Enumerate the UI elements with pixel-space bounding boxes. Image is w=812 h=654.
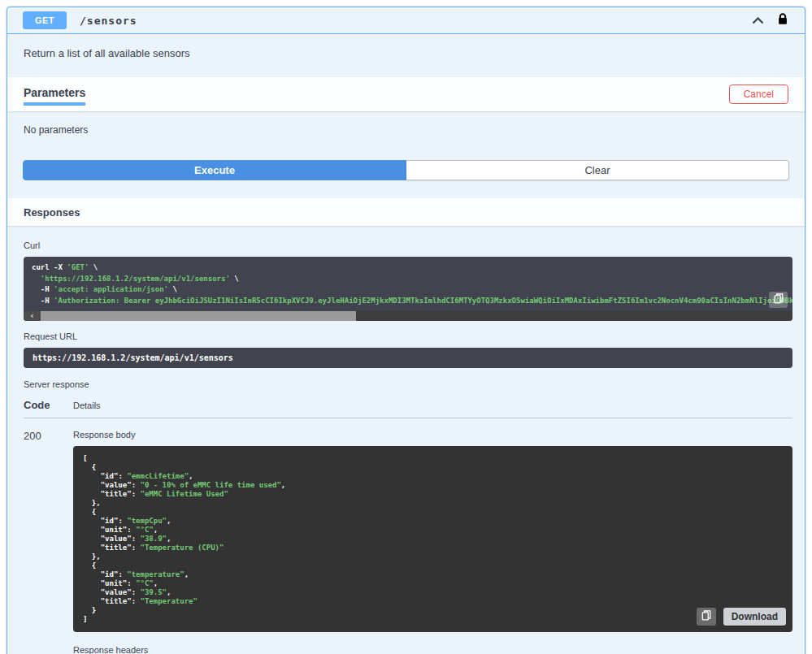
code-line: ] (83, 615, 783, 624)
code-line: [ (83, 454, 783, 463)
code-line: "unit": "°C", (83, 579, 783, 588)
clear-button[interactable]: Clear (406, 160, 789, 180)
server-response-label: Server response (24, 379, 792, 389)
response-headers-label: Response headers (73, 645, 792, 654)
curl-label: Curl (24, 240, 792, 250)
endpoint-path: /sensors (80, 15, 137, 27)
responses-section-header: Responses (7, 198, 805, 226)
code-line: "id": "emmcLifetime", (83, 472, 783, 481)
curl-command: curl -X 'GET' \ 'https://192.168.1.2/sys… (24, 257, 792, 309)
code-line: "id": "temperature", (83, 570, 783, 579)
scrollbar-thumb[interactable] (41, 311, 356, 321)
curl-command-block: curl -X 'GET' \ 'https://192.168.1.2/sys… (24, 257, 792, 321)
tab-parameters[interactable]: Parameters (24, 86, 85, 106)
parameters-section-header: Parameters Cancel (7, 77, 805, 111)
response-body-json: [ { "id": "emmcLifetime", "value": "0 - … (73, 446, 792, 632)
copy-curl-button[interactable] (769, 292, 788, 308)
request-url-label: Request URL (24, 331, 792, 341)
operation-description: Return a list of all available sensors (7, 34, 805, 77)
lock-icon (777, 12, 788, 28)
details-column-header: Details (73, 401, 101, 410)
operation-block-get-sensors: GET /sensors Return a list of all availa… (7, 6, 805, 654)
code-line: } (83, 606, 783, 615)
request-url-value: https://192.168.1.2/system/api/v1/sensor… (33, 353, 784, 362)
code-line: 'https://192.168.1.2/system/api/v1/senso… (32, 274, 784, 285)
execute-button[interactable]: Execute (23, 160, 406, 180)
response-body-block: [ { "id": "emmcLifetime", "value": "0 - … (73, 446, 792, 632)
code-line: { (83, 463, 783, 472)
code-line: }, (83, 499, 783, 508)
code-line: "value": "0 - 10% of eMMC life time used… (83, 481, 783, 490)
response-table-header: Code Details (24, 399, 792, 418)
code-column-header: Code (24, 399, 73, 411)
code-line: curl -X 'GET' \ (32, 262, 784, 274)
authorize-button[interactable] (777, 12, 788, 28)
responses-section-title: Responses (24, 206, 80, 219)
responses-content: Curl curl -X 'GET' \ 'https://192.168.1.… (7, 226, 805, 654)
code-line: "title": "eMMC Lifetime Used" (83, 490, 783, 499)
code-line: "value": "38.9", (83, 535, 783, 544)
code-line: -H 'Authorization: Bearer eyJhbGciOiJSUz… (32, 296, 784, 307)
curl-horizontal-scrollbar[interactable]: ‹ (24, 311, 792, 321)
code-line: { (83, 561, 783, 570)
copy-response-button[interactable] (697, 608, 716, 626)
copy-icon (774, 293, 784, 306)
cancel-button[interactable]: Cancel (729, 84, 788, 104)
operation-summary[interactable]: GET /sensors (7, 7, 805, 34)
code-line: "title": "Temperature" (83, 597, 783, 606)
chevron-up-icon (752, 15, 764, 27)
copy-icon (701, 610, 711, 623)
http-method-badge: GET (23, 11, 67, 29)
code-line: "value": "39.5", (83, 588, 783, 597)
response-row: 200 Response body [ { "id": "emmcLifetim… (24, 430, 792, 654)
code-line: "title": "Temperature (CPU)" (83, 544, 783, 552)
response-body-label: Response body (73, 430, 792, 440)
code-line: "unit": "°C", (83, 526, 783, 535)
no-parameters-message: No parameters (7, 111, 805, 160)
code-line: "id": "tempCpu", (83, 517, 783, 526)
status-code: 200 (24, 430, 73, 654)
collapse-button[interactable] (752, 15, 764, 27)
download-button[interactable]: Download (723, 608, 786, 626)
code-line: }, (83, 552, 783, 561)
execute-row: Execute Clear (7, 160, 805, 198)
scroll-left-button[interactable]: ‹ (24, 311, 41, 321)
code-line: -H 'accept: application/json' \ (32, 284, 784, 296)
code-line: { (83, 508, 783, 517)
request-url-block: https://192.168.1.2/system/api/v1/sensor… (24, 348, 792, 368)
